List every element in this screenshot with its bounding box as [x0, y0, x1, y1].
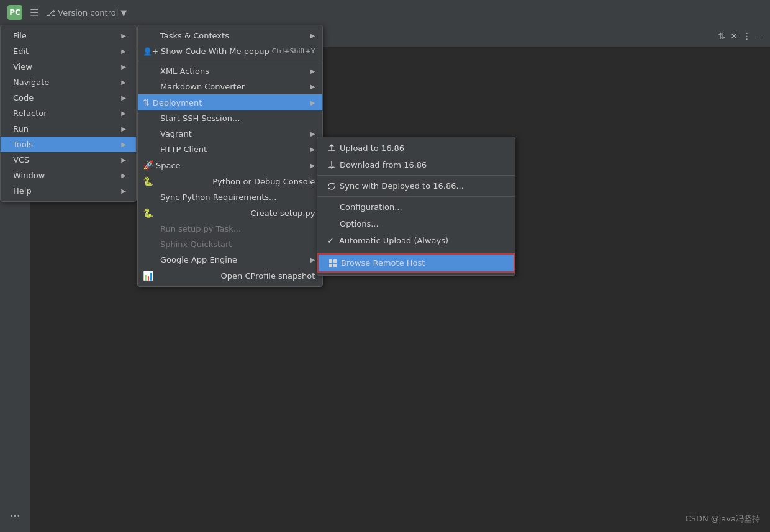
menu-item-code[interactable]: Code ▶	[1, 90, 136, 106]
chevron-right-icon: ▶	[121, 172, 126, 179]
chevron-right-icon: ▶	[310, 68, 315, 74]
codewithme-icon: 👤+	[143, 47, 158, 56]
menu-item-edit[interactable]: Edit ▶	[1, 43, 136, 59]
tools-item-sphinx: Sphinx Quickstart	[138, 237, 322, 252]
sync-icon	[327, 182, 336, 191]
divider	[138, 61, 322, 61]
space-icon: 🚀	[143, 160, 153, 170]
chevron-right-icon: ▶	[121, 141, 126, 148]
tools-item-codewithme[interactable]: 👤+ Show Code With Me popup Ctrl+Shift+Y	[138, 43, 322, 59]
download-icon	[327, 161, 336, 169]
tools-item-run-setup: Run setup.py Task...	[138, 221, 322, 237]
chevron-right-icon: ▶	[310, 256, 315, 263]
tools-item-gae[interactable]: Google App Engine ▶	[138, 252, 322, 268]
tools-item-create-setup[interactable]: 🐍 Create setup.py	[138, 205, 322, 221]
tools-item-markdown[interactable]: Markdown Converter ▶	[138, 79, 322, 94]
menu-item-view[interactable]: View ▶	[1, 59, 136, 74]
tools-item-xml[interactable]: XML Actions ▶	[138, 63, 322, 79]
menu-overlay: File ▶ Edit ▶ View ▶ Navigate ▶ Code ▶ R…	[0, 0, 770, 532]
divider	[317, 175, 515, 176]
menu-item-tools[interactable]: Tools ▶	[1, 137, 136, 152]
chevron-right-icon: ▶	[310, 162, 315, 169]
python-icon: 🐍	[143, 176, 153, 186]
tools-item-python-console[interactable]: 🐍 Python or Debug Console	[138, 173, 322, 189]
chevron-right-icon: ▶	[121, 63, 126, 70]
tools-item-ssh[interactable]: Start SSH Session...	[138, 110, 322, 126]
svg-rect-3	[333, 264, 337, 267]
upload-icon	[327, 144, 336, 153]
chevron-right-icon: ▶	[121, 48, 126, 55]
check-mark-icon: ✓	[327, 236, 334, 245]
deployment-icon: ⇅	[143, 97, 150, 107]
chevron-right-icon: ▶	[310, 130, 315, 137]
tools-submenu: Tasks & Contexts ▶ 👤+ Show Code With Me …	[137, 25, 323, 287]
tools-item-tasks[interactable]: Tasks & Contexts ▶	[138, 28, 322, 43]
chevron-right-icon: ▶	[121, 125, 126, 132]
tools-item-vagrant[interactable]: Vagrant ▶	[138, 126, 322, 142]
chevron-right-icon: ▶	[121, 187, 126, 194]
setup-icon: 🐍	[143, 208, 153, 218]
tools-item-deployment[interactable]: ⇅ Deployment ▶	[138, 94, 322, 110]
svg-rect-1	[333, 259, 337, 263]
menu-item-refactor[interactable]: Refactor ▶	[1, 106, 136, 121]
chevron-right-icon: ▶	[121, 79, 126, 86]
chevron-right-icon: ▶	[121, 94, 126, 101]
chevron-right-icon: ▶	[121, 110, 126, 117]
deployment-submenu: Upload to 16.86 Download from 16.86 Sync…	[317, 137, 515, 276]
deployment-item-sync[interactable]: Sync with Deployed to 16.86...	[317, 178, 515, 194]
chevron-right-icon: ▶	[310, 99, 315, 106]
deployment-item-browse-remote[interactable]: Browse Remote Host	[317, 253, 515, 273]
tools-item-cprofile[interactable]: 📊 Open CProfile snapshot	[138, 268, 322, 284]
deployment-item-options[interactable]: Options...	[317, 215, 515, 232]
main-menu: File ▶ Edit ▶ View ▶ Navigate ▶ Code ▶ R…	[0, 25, 137, 202]
divider	[317, 196, 515, 197]
chevron-right-icon: ▶	[121, 32, 126, 39]
svg-rect-2	[329, 264, 332, 267]
chevron-right-icon: ▶	[310, 83, 315, 90]
deployment-item-upload[interactable]: Upload to 16.86	[317, 140, 515, 156]
deployment-item-autoupload[interactable]: ✓ Automatic Upload (Always)	[317, 232, 515, 249]
menu-item-file[interactable]: File ▶	[1, 28, 136, 43]
chevron-right-icon: ▶	[310, 146, 315, 153]
menu-item-run[interactable]: Run ▶	[1, 121, 136, 137]
deployment-item-download[interactable]: Download from 16.86	[317, 156, 515, 173]
chevron-right-icon: ▶	[121, 156, 126, 163]
menu-item-navigate[interactable]: Navigate ▶	[1, 74, 136, 90]
menu-item-vcs[interactable]: VCS ▶	[1, 152, 136, 168]
tools-item-space[interactable]: 🚀 Space ▶	[138, 157, 322, 173]
cprofile-icon: 📊	[143, 271, 153, 281]
deployment-item-config[interactable]: Configuration...	[317, 199, 515, 215]
divider	[317, 251, 515, 251]
svg-rect-0	[329, 259, 332, 263]
tools-item-sync-req[interactable]: Sync Python Requirements...	[138, 189, 322, 205]
tools-item-httpclient[interactable]: HTTP Client ▶	[138, 142, 322, 157]
grid-icon	[328, 259, 337, 268]
menu-item-help[interactable]: Help ▶	[1, 183, 136, 199]
chevron-right-icon: ▶	[310, 32, 315, 39]
menu-item-window[interactable]: Window ▶	[1, 168, 136, 183]
